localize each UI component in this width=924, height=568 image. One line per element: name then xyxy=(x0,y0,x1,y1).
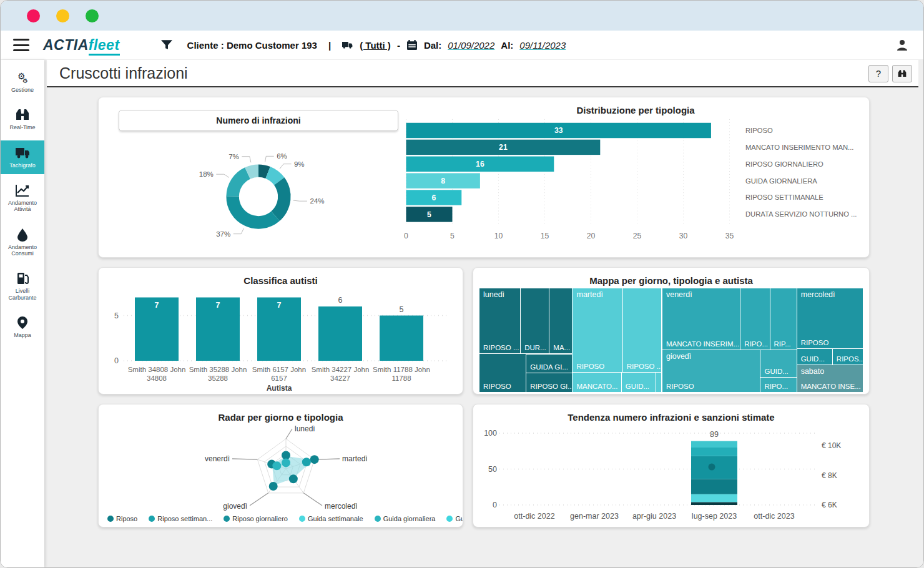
sidebar-item-tachigrafo[interactable]: Tachigrafo xyxy=(1,140,44,174)
treemap-cell[interactable]: RIPOSO xyxy=(479,354,526,392)
treemap-cell[interactable] xyxy=(656,373,661,392)
window-minimize-button[interactable] xyxy=(56,9,69,22)
svg-text:⚙: ⚙ xyxy=(22,77,28,84)
treemap-day-label: giovedì xyxy=(666,352,691,361)
distribution-bar-chart[interactable]: 0510152025303533RIPOSO21MANCATO INSERIME… xyxy=(398,117,870,252)
treemap-cell[interactable]: MA... xyxy=(549,288,572,353)
treemap-category-label: RIPO... xyxy=(764,383,788,390)
date-from[interactable]: 01/09/2022 xyxy=(448,40,494,51)
logo-part2: fleet xyxy=(89,37,120,56)
hamburger-menu-icon[interactable] xyxy=(13,39,29,51)
treemap-cell[interactable]: RIPO... xyxy=(760,378,796,392)
svg-text:0: 0 xyxy=(404,232,408,240)
treemap-cell[interactable]: RIPOS... xyxy=(833,349,863,365)
treemap-day-label: mercoledì xyxy=(801,290,835,299)
radar-legend-item[interactable]: Guida settimanale xyxy=(299,515,363,522)
droplet-icon xyxy=(15,228,30,242)
numero-infrazioni-button[interactable]: Numero di infrazioni xyxy=(119,110,398,131)
treemap-cell[interactable]: martedìRIPOSO xyxy=(573,288,622,372)
trend-combo-chart[interactable]: 050100ott-dic 2022gen-mar 2023apr-giu 20… xyxy=(479,424,854,527)
legend-dot-icon xyxy=(299,516,305,522)
window-maximize-button[interactable] xyxy=(86,9,99,22)
treemap-day-label: martedì xyxy=(576,290,602,299)
treemap-category-label: RIPOSO xyxy=(576,363,604,370)
fuel-pump-icon xyxy=(15,272,30,285)
radar-legend-item[interactable]: Riposo settiman... xyxy=(149,515,212,522)
svg-text:89: 89 xyxy=(710,430,719,439)
legend-label: Guida settimanale xyxy=(308,515,363,522)
user-icon[interactable] xyxy=(896,39,908,51)
treemap-cell[interactable]: venerdìMANCATO INSERIM... xyxy=(662,288,740,350)
svg-text:Smith 35288 John: Smith 35288 John xyxy=(189,366,247,373)
legend-label: Riposo xyxy=(116,515,137,522)
sidebar-item-mappa[interactable]: Mappa xyxy=(1,310,44,344)
treemap-cell[interactable]: sabatoMANCATO INSE... xyxy=(797,365,863,392)
treemap-cell[interactable]: lunedìRIPOSO ... xyxy=(479,288,520,353)
svg-text:15: 15 xyxy=(541,232,549,240)
drivers-column-chart[interactable]: 057Smith 34808 John348087Smith 35288 Joh… xyxy=(105,287,453,394)
svg-text:100: 100 xyxy=(484,429,497,438)
treemap-cell[interactable]: RIPOSO ... xyxy=(623,288,661,372)
sidebar-item-andamento-consumi[interactable]: Andamento Consumi xyxy=(1,222,44,263)
treemap-chart[interactable]: lunedìRIPOSO ...DUR...MA...RIPOSOGUIDA G… xyxy=(479,288,863,392)
search-button[interactable] xyxy=(892,65,912,82)
card-infractions-overview: Numero di infrazioni 6%9%24%37%18%7% Dis… xyxy=(98,97,870,258)
dashboard-grid: Numero di infrazioni 6%9%24%37%18%7% Dis… xyxy=(44,87,923,567)
legend-label: Riposo giornaliero xyxy=(232,515,288,522)
donut-chart[interactable]: 6%9%24%37%18%7% xyxy=(105,131,392,252)
treemap-cell[interactable]: GUID... xyxy=(797,349,832,365)
svg-text:Autista: Autista xyxy=(267,384,292,393)
help-button[interactable]: ? xyxy=(868,65,888,82)
chart-title-classifica: Classifica autisti xyxy=(105,275,456,286)
radar-legend-item[interactable]: Guida bi-settimanale xyxy=(446,515,463,522)
logo-part1: ACTIA xyxy=(43,37,89,53)
svg-text:34808: 34808 xyxy=(147,375,167,382)
svg-text:DURATA SERVIZIO NOTTURNO ...: DURATA SERVIZIO NOTTURNO ... xyxy=(745,210,857,218)
svg-text:21: 21 xyxy=(499,143,508,152)
legend-dot-icon xyxy=(375,516,381,522)
svg-text:venerdì: venerdì xyxy=(205,454,230,463)
legend-label: Guida giornaliera xyxy=(383,515,436,522)
svg-text:€ 6K: € 6K xyxy=(822,501,837,509)
treemap-category-label: RIPOSO xyxy=(666,383,694,390)
treemap-category-label: RIPOSO ... xyxy=(627,363,661,370)
chart-title-radar: Radar per giorno e tipologia xyxy=(105,412,456,423)
treemap-cell[interactable]: MANCATO... xyxy=(573,373,621,392)
svg-text:5: 5 xyxy=(114,311,119,320)
page-header: Cruscotti infrazioni ? xyxy=(47,60,918,87)
treemap-category-label: MANCATO INSERIM... xyxy=(666,340,739,348)
svg-text:34227: 34227 xyxy=(330,375,350,382)
svg-text:11788: 11788 xyxy=(391,375,411,382)
treemap-cell[interactable]: mercoledìRIPOSO xyxy=(797,288,863,348)
radar-legend-item[interactable]: Guida giornaliera xyxy=(375,515,436,522)
svg-text:9%: 9% xyxy=(294,160,305,168)
treemap-cell[interactable]: RIPO... xyxy=(740,288,769,350)
radar-legend: RiposoRiposo settiman...Riposo giornalie… xyxy=(105,514,456,524)
svg-text:giovedì: giovedì xyxy=(223,502,247,511)
treemap-cell[interactable]: GUID... xyxy=(622,373,656,392)
page-title: Cruscotti infrazioni xyxy=(59,64,188,82)
vehicles-filter-link[interactable]: ( Tutti ) xyxy=(360,40,391,51)
svg-text:6157: 6157 xyxy=(271,375,287,382)
treemap-cell[interactable]: RIP... xyxy=(770,288,797,350)
radar-legend-item[interactable]: Riposo xyxy=(107,515,137,522)
distribution-pane: Distribuzione per tipologia 051015202530… xyxy=(398,102,870,252)
sidebar-item-gestione[interactable]: ⚙⚙ Gestione xyxy=(1,65,44,99)
binoculars-icon xyxy=(897,69,907,78)
radar-chart[interactable]: lunedìmartedìmercoledìgiovedìvenerdì xyxy=(105,424,453,511)
sidebar-item-real-time[interactable]: Real-Time xyxy=(1,102,44,136)
radar-legend-item[interactable]: Riposo giornaliero xyxy=(224,515,288,522)
treemap-cell[interactable]: giovedìRIPOSO xyxy=(662,350,760,392)
line-chart-icon xyxy=(15,184,30,197)
date-to[interactable]: 09/11/2023 xyxy=(519,40,566,51)
treemap-cell[interactable]: RIPOSO GI... xyxy=(526,373,572,392)
sidebar-item-andamento-attivita[interactable]: Andamento Attività xyxy=(1,178,44,218)
svg-text:6%: 6% xyxy=(277,152,287,160)
treemap-cell[interactable]: DUR... xyxy=(521,288,549,353)
donut-pane: Numero di infrazioni 6%9%24%37%18%7% xyxy=(105,102,398,252)
treemap-cell[interactable]: GUID... xyxy=(760,350,796,377)
window-close-button[interactable] xyxy=(27,9,40,22)
treemap-cell[interactable]: GUIDA GI... xyxy=(526,355,572,372)
sidebar-item-livelli-carburante[interactable]: Livelli Carburante xyxy=(1,266,44,306)
filter-icon[interactable] xyxy=(161,40,172,50)
